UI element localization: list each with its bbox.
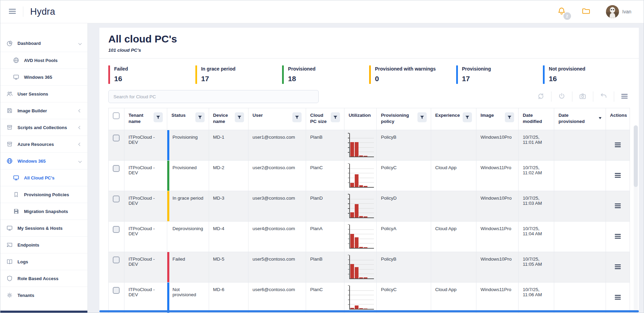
cell-date-modified: 10/7/25, 11:01 AM — [519, 130, 554, 161]
cell-date-provisioned — [554, 191, 606, 222]
filter-button-provisioning-policy[interactable] — [417, 112, 427, 122]
summary-value: 0 — [375, 75, 436, 83]
row-checkbox[interactable] — [113, 165, 120, 172]
refresh-icon — [537, 92, 545, 101]
sidebar-item-logs[interactable]: Logs — [0, 253, 87, 270]
filter-button-experience[interactable] — [463, 112, 472, 122]
sidebar-item-scripts-and-collections[interactable]: Scripts and Collections — [0, 119, 87, 136]
sidebar-item-migration-snapshots[interactable]: Migration Snapshots — [0, 203, 87, 220]
filter-button-device-name[interactable] — [235, 112, 244, 122]
cell-date-modified: 10/7/25, 11:05 AM — [519, 252, 554, 283]
cell-image: Windows11Pro — [476, 222, 519, 252]
sidebar-item-label: Provisioning Policies — [24, 192, 69, 197]
column-header-experience: Experience — [435, 112, 460, 118]
sidebar-item-user-sessions[interactable]: User Sessions — [0, 85, 87, 102]
cell-experience — [431, 191, 476, 222]
vertical-scrollbar-thumb[interactable] — [634, 125, 638, 187]
table-toolbar — [535, 91, 630, 103]
archive-icon — [6, 124, 13, 131]
horizontal-scrollbar-thumb[interactable] — [99, 310, 639, 312]
cell-tenant: ITProCloud - DEV — [124, 161, 167, 191]
summary-card-not-provisioned[interactable]: Not provisioned 16 — [543, 65, 630, 84]
funnel-icon — [156, 115, 160, 120]
funnel-icon — [333, 115, 338, 120]
gear-icon — [6, 292, 13, 299]
topbar-divider — [23, 7, 23, 17]
cell-date-provisioned — [554, 283, 606, 313]
sidebar-item-endpoints[interactable]: Endpoints — [0, 236, 87, 253]
utilization-chart — [349, 286, 374, 310]
cell-device: MD-3 — [209, 191, 248, 222]
floppy-solid-icon — [13, 208, 20, 215]
sidebar-item-windows-365[interactable]: Windows 365 — [0, 68, 87, 85]
status-color-bar — [456, 65, 458, 84]
book-icon — [6, 258, 13, 265]
cell-size: PlanB — [306, 130, 344, 161]
row-actions-button[interactable] — [613, 263, 622, 272]
page-title: All cloud PC's — [108, 33, 630, 45]
hamburger-icon — [9, 8, 16, 15]
archive-icon — [6, 141, 13, 148]
row-actions-button[interactable] — [613, 202, 622, 211]
sidebar-item-my-sessions-hosts[interactable]: My Sessions & Hosts — [0, 220, 87, 236]
notifications-button[interactable]: 2 — [557, 7, 566, 17]
row-checkbox[interactable] — [113, 287, 120, 294]
cell-image: Windows11Pro — [476, 161, 519, 191]
row-menu-icon — [615, 264, 621, 270]
chevron-left-icon — [78, 142, 82, 146]
row-checkbox[interactable] — [113, 135, 120, 141]
funnel-icon — [465, 115, 470, 120]
filter-button-cloud-pc-size[interactable] — [331, 112, 340, 122]
sidebar-item-role-based-access[interactable]: Role Based Access — [0, 270, 87, 287]
refresh-button[interactable] — [535, 91, 546, 103]
row-checkbox[interactable] — [113, 226, 120, 233]
summary-card-provisioning[interactable]: Provisioning 17 — [456, 65, 543, 84]
filter-button-tenant-name[interactable] — [154, 112, 163, 122]
filter-button-image[interactable] — [505, 112, 514, 122]
summary-card-provisioned-with-warnings[interactable]: Provisioned with warnings 0 — [369, 65, 456, 84]
column-header-utilization: Utilization — [349, 112, 371, 118]
sidebar-item-avd-host-pools[interactable]: AVD Host Pools — [0, 52, 87, 68]
monitor-icon — [13, 74, 20, 80]
sidebar-toggle-button[interactable] — [7, 6, 18, 17]
undo-icon — [599, 92, 608, 101]
user-name: Ivan — [622, 9, 631, 14]
sidebar-item-azure-resources[interactable]: Azure Resources — [0, 136, 87, 152]
power-button[interactable] — [556, 91, 567, 103]
filter-button-user[interactable] — [292, 112, 302, 122]
row-actions-button[interactable] — [613, 293, 622, 302]
cell-experience: Cloud App — [431, 222, 476, 252]
globe-icon — [6, 158, 13, 164]
row-actions-button[interactable] — [613, 232, 622, 241]
sort-desc-icon[interactable] — [599, 117, 602, 119]
summary-card-failed[interactable]: Failed 16 — [108, 65, 195, 84]
sidebar-item-image-builder[interactable]: Image Builder — [0, 102, 87, 119]
cell-date-provisioned — [554, 252, 606, 283]
sidebar-item-tenants[interactable]: Tenants — [0, 287, 87, 303]
filter-button-status[interactable] — [195, 112, 205, 122]
row-checkbox[interactable] — [113, 196, 120, 202]
undo-button[interactable] — [598, 91, 609, 103]
toolbar-divider — [593, 91, 593, 102]
row-actions-button[interactable] — [613, 141, 622, 150]
select-all-checkbox[interactable] — [113, 112, 120, 119]
cell-status: Not provisioned — [167, 283, 209, 313]
user-menu[interactable]: Ivan — [606, 5, 631, 18]
sidebar-item-windows-365-group[interactable]: Windows 365 — [0, 152, 87, 169]
camera-icon — [579, 92, 587, 101]
search-input[interactable] — [108, 90, 319, 103]
columns-menu-button[interactable] — [619, 91, 630, 103]
vertical-scrollbar[interactable] — [634, 125, 638, 313]
cell-policy: PolicyC — [377, 161, 431, 191]
sidebar-item-all-cloud-pcs[interactable]: All Cloud PC's — [0, 169, 87, 186]
sidebar-item-provisioning-policies[interactable]: Provisioning Policies — [0, 186, 87, 203]
cell-size: PlanB — [306, 252, 344, 283]
row-checkbox[interactable] — [113, 256, 120, 263]
snapshot-button[interactable] — [577, 91, 588, 103]
sidebar-item-dashboard[interactable]: Dashboard — [0, 35, 87, 52]
sidebar-item-label: Endpoints — [17, 242, 39, 248]
row-actions-button[interactable] — [613, 171, 622, 180]
files-button[interactable] — [581, 7, 591, 17]
summary-card-provisioned[interactable]: Provisioned 18 — [282, 65, 369, 84]
summary-card-in-grace-period[interactable]: In grace period 17 — [195, 65, 282, 84]
